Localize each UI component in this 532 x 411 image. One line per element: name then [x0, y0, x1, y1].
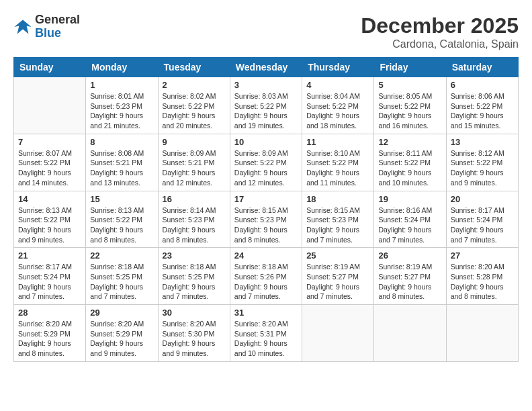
- day-info: Sunrise: 8:02 AMSunset: 5:22 PMDaylight:…: [163, 91, 226, 131]
- day-number: 22: [90, 250, 153, 261]
- day-info: Sunrise: 8:13 AMSunset: 5:22 PMDaylight:…: [18, 205, 81, 245]
- day-number: 12: [378, 137, 441, 147]
- day-number: 29: [90, 308, 153, 318]
- day-info: Sunrise: 8:15 AMSunset: 5:23 PMDaylight:…: [234, 205, 298, 245]
- calendar-cell: 8Sunrise: 8:08 AMSunset: 5:21 PMDaylight…: [86, 134, 158, 191]
- day-info: Sunrise: 8:10 AMSunset: 5:22 PMDaylight:…: [306, 148, 369, 188]
- weekday-header-saturday: Saturday: [446, 58, 518, 77]
- day-info: Sunrise: 8:20 AMSunset: 5:31 PMDaylight:…: [234, 319, 298, 359]
- weekday-header-tuesday: Tuesday: [158, 58, 230, 77]
- day-info: Sunrise: 8:12 AMSunset: 5:22 PMDaylight:…: [451, 148, 514, 188]
- day-number: 25: [306, 250, 369, 261]
- location-title: Cardona, Catalonia, Spain: [361, 38, 519, 50]
- day-info: Sunrise: 8:18 AMSunset: 5:26 PMDaylight:…: [234, 262, 298, 302]
- calendar-cell: 31Sunrise: 8:20 AMSunset: 5:31 PMDayligh…: [230, 305, 302, 362]
- day-number: 23: [163, 250, 226, 261]
- calendar-cell: 30Sunrise: 8:20 AMSunset: 5:30 PMDayligh…: [158, 305, 230, 362]
- weekday-header-friday: Friday: [374, 58, 446, 77]
- day-info: Sunrise: 8:01 AMSunset: 5:23 PMDaylight:…: [90, 91, 153, 131]
- day-number: 31: [234, 308, 298, 318]
- day-number: 18: [306, 194, 369, 204]
- day-info: Sunrise: 8:09 AMSunset: 5:21 PMDaylight:…: [163, 148, 226, 188]
- calendar-cell: [374, 305, 446, 362]
- day-number: 24: [234, 250, 298, 261]
- day-number: 11: [306, 137, 369, 147]
- calendar-cell: 7Sunrise: 8:07 AMSunset: 5:22 PMDaylight…: [14, 134, 86, 191]
- day-number: 5: [378, 80, 441, 90]
- calendar-cell: 6Sunrise: 8:06 AMSunset: 5:22 PMDaylight…: [446, 77, 518, 134]
- calendar: SundayMondayTuesdayWednesdayThursdayFrid…: [13, 57, 519, 362]
- calendar-cell: 21Sunrise: 8:17 AMSunset: 5:24 PMDayligh…: [14, 248, 86, 305]
- day-info: Sunrise: 8:18 AMSunset: 5:25 PMDaylight:…: [90, 262, 153, 302]
- day-info: Sunrise: 8:04 AMSunset: 5:22 PMDaylight:…: [306, 91, 369, 131]
- page-header: General Blue December 2025 Cardona, Cata…: [13, 13, 519, 50]
- day-info: Sunrise: 8:17 AMSunset: 5:24 PMDaylight:…: [451, 205, 514, 245]
- day-info: Sunrise: 8:20 AMSunset: 5:29 PMDaylight:…: [90, 319, 153, 359]
- calendar-cell: 2Sunrise: 8:02 AMSunset: 5:22 PMDaylight…: [158, 77, 230, 134]
- calendar-cell: 12Sunrise: 8:11 AMSunset: 5:22 PMDayligh…: [374, 134, 446, 191]
- calendar-cell: 26Sunrise: 8:19 AMSunset: 5:27 PMDayligh…: [374, 248, 446, 305]
- logo-line2: Blue: [35, 26, 61, 40]
- day-info: Sunrise: 8:15 AMSunset: 5:23 PMDaylight:…: [306, 205, 369, 245]
- calendar-body: 1Sunrise: 8:01 AMSunset: 5:23 PMDaylight…: [14, 77, 519, 362]
- weekday-header-wednesday: Wednesday: [230, 58, 302, 77]
- weekday-header-row: SundayMondayTuesdayWednesdayThursdayFrid…: [14, 58, 519, 77]
- day-info: Sunrise: 8:18 AMSunset: 5:25 PMDaylight:…: [163, 262, 226, 302]
- calendar-week-4: 21Sunrise: 8:17 AMSunset: 5:24 PMDayligh…: [14, 248, 519, 305]
- weekday-header-thursday: Thursday: [302, 58, 374, 77]
- calendar-cell: 15Sunrise: 8:13 AMSunset: 5:22 PMDayligh…: [86, 191, 158, 248]
- day-number: 15: [90, 194, 153, 204]
- month-title: December 2025: [361, 13, 519, 38]
- calendar-cell: 23Sunrise: 8:18 AMSunset: 5:25 PMDayligh…: [158, 248, 230, 305]
- day-number: 7: [18, 137, 81, 147]
- day-number: 13: [451, 137, 514, 147]
- calendar-week-1: 1Sunrise: 8:01 AMSunset: 5:23 PMDaylight…: [14, 77, 519, 134]
- day-number: 17: [234, 194, 298, 204]
- calendar-week-3: 14Sunrise: 8:13 AMSunset: 5:22 PMDayligh…: [14, 191, 519, 248]
- calendar-cell: 5Sunrise: 8:05 AMSunset: 5:22 PMDaylight…: [374, 77, 446, 134]
- weekday-header-monday: Monday: [86, 58, 158, 77]
- calendar-cell: 18Sunrise: 8:15 AMSunset: 5:23 PMDayligh…: [302, 191, 374, 248]
- day-number: 28: [18, 308, 81, 318]
- calendar-cell: 16Sunrise: 8:14 AMSunset: 5:23 PMDayligh…: [158, 191, 230, 248]
- logo-line1: General: [35, 13, 80, 26]
- calendar-cell: 28Sunrise: 8:20 AMSunset: 5:29 PMDayligh…: [14, 305, 86, 362]
- day-info: Sunrise: 8:11 AMSunset: 5:22 PMDaylight:…: [378, 148, 441, 188]
- day-number: 6: [451, 80, 514, 90]
- day-number: 3: [234, 80, 298, 90]
- calendar-cell: 9Sunrise: 8:09 AMSunset: 5:21 PMDaylight…: [158, 134, 230, 191]
- calendar-cell: 14Sunrise: 8:13 AMSunset: 5:22 PMDayligh…: [14, 191, 86, 248]
- calendar-week-5: 28Sunrise: 8:20 AMSunset: 5:29 PMDayligh…: [14, 305, 519, 362]
- day-number: 16: [163, 194, 226, 204]
- day-info: Sunrise: 8:08 AMSunset: 5:21 PMDaylight:…: [90, 148, 153, 188]
- day-number: 2: [163, 80, 226, 90]
- day-info: Sunrise: 8:09 AMSunset: 5:22 PMDaylight:…: [234, 148, 298, 188]
- day-info: Sunrise: 8:14 AMSunset: 5:23 PMDaylight:…: [163, 205, 226, 245]
- day-info: Sunrise: 8:05 AMSunset: 5:22 PMDaylight:…: [378, 91, 441, 131]
- day-number: 14: [18, 194, 81, 204]
- calendar-cell: 1Sunrise: 8:01 AMSunset: 5:23 PMDaylight…: [86, 77, 158, 134]
- day-number: 26: [378, 250, 441, 261]
- calendar-cell: 25Sunrise: 8:19 AMSunset: 5:27 PMDayligh…: [302, 248, 374, 305]
- day-info: Sunrise: 8:19 AMSunset: 5:27 PMDaylight:…: [378, 262, 441, 302]
- day-info: Sunrise: 8:17 AMSunset: 5:24 PMDaylight:…: [18, 262, 81, 302]
- calendar-cell: 13Sunrise: 8:12 AMSunset: 5:22 PMDayligh…: [446, 134, 518, 191]
- calendar-cell: 10Sunrise: 8:09 AMSunset: 5:22 PMDayligh…: [230, 134, 302, 191]
- day-info: Sunrise: 8:03 AMSunset: 5:22 PMDaylight:…: [234, 91, 298, 131]
- calendar-cell: 17Sunrise: 8:15 AMSunset: 5:23 PMDayligh…: [230, 191, 302, 248]
- weekday-header-sunday: Sunday: [14, 58, 86, 77]
- calendar-cell: 22Sunrise: 8:18 AMSunset: 5:25 PMDayligh…: [86, 248, 158, 305]
- day-number: 21: [18, 250, 81, 261]
- day-number: 9: [163, 137, 226, 147]
- calendar-cell: 19Sunrise: 8:16 AMSunset: 5:24 PMDayligh…: [374, 191, 446, 248]
- calendar-cell: [446, 305, 518, 362]
- day-info: Sunrise: 8:16 AMSunset: 5:24 PMDaylight:…: [378, 205, 441, 245]
- day-info: Sunrise: 8:20 AMSunset: 5:28 PMDaylight:…: [451, 262, 514, 302]
- day-info: Sunrise: 8:20 AMSunset: 5:30 PMDaylight:…: [163, 319, 226, 359]
- day-number: 19: [378, 194, 441, 204]
- logo-text: General Blue: [35, 13, 80, 40]
- day-number: 8: [90, 137, 153, 147]
- calendar-cell: 29Sunrise: 8:20 AMSunset: 5:29 PMDayligh…: [86, 305, 158, 362]
- calendar-header: SundayMondayTuesdayWednesdayThursdayFrid…: [14, 58, 519, 77]
- day-number: 10: [234, 137, 298, 147]
